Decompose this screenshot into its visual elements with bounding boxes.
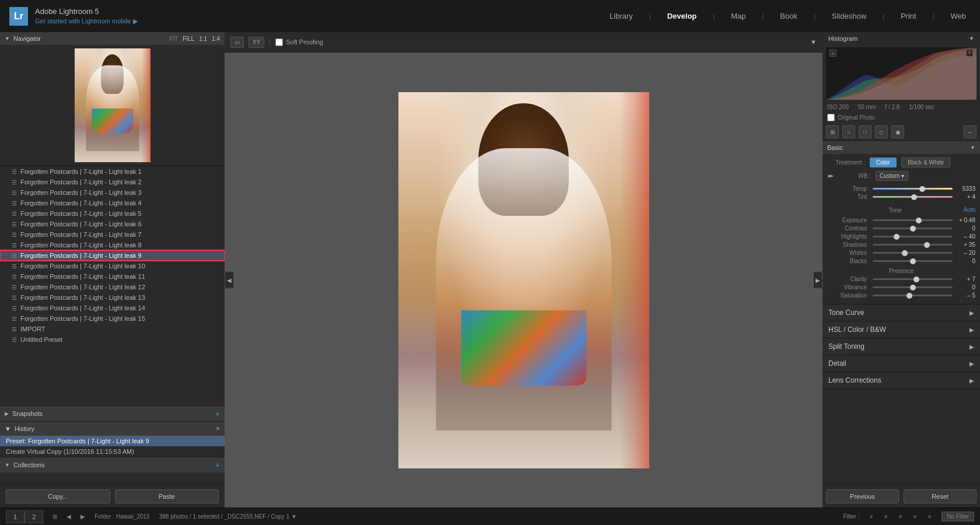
- basic-panel-header[interactable]: Basic ▼: [822, 141, 980, 154]
- preset-item-15[interactable]: ☰IMPORT: [0, 324, 225, 334]
- star-5[interactable]: ★: [927, 513, 932, 520]
- preset-item-13[interactable]: ☰Forgotten Postcards | 7-Light - Light l…: [0, 303, 225, 313]
- eye-icon[interactable]: ◉: [891, 125, 904, 138]
- histogram-header[interactable]: Histogram ▼: [822, 32, 980, 45]
- hsl-header[interactable]: HSL / Color / B&W ▶: [822, 321, 980, 338]
- star-3[interactable]: ★: [898, 513, 903, 520]
- clarity-slider[interactable]: [873, 278, 953, 280]
- highlights-slider[interactable]: [873, 236, 953, 237]
- nav-print[interactable]: Print: [896, 9, 921, 23]
- preset-item-12[interactable]: ☰Forgotten Postcards | 7-Light - Light l…: [0, 292, 225, 303]
- reset-button[interactable]: Reset: [904, 489, 977, 503]
- rect-tool-icon[interactable]: □: [859, 125, 872, 138]
- navigator-thumbnail[interactable]: [75, 48, 150, 162]
- nav-slideshow[interactable]: Slideshow: [827, 9, 871, 23]
- left-panel-collapse[interactable]: ◀: [225, 272, 234, 289]
- exposure-slider[interactable]: [873, 219, 953, 221]
- preset-item-10[interactable]: ☰Forgotten Postcards | 7-Light - Light l…: [0, 271, 225, 282]
- one-btn[interactable]: 1:1: [199, 36, 207, 42]
- photo-area[interactable]: ◀ ▶: [225, 52, 822, 508]
- temp-slider[interactable]: [873, 188, 953, 190]
- shadows-thumb[interactable]: [924, 242, 930, 248]
- nav-develop[interactable]: Develop: [663, 9, 702, 23]
- bw-treatment-btn[interactable]: Black & White: [901, 158, 950, 167]
- highlights-thumb[interactable]: [894, 234, 900, 240]
- original-photo-checkbox[interactable]: [827, 114, 835, 121]
- previous-button[interactable]: Previous: [826, 489, 899, 503]
- preset-item-5[interactable]: ☰Forgotten Postcards | 7-Light - Light l…: [0, 219, 225, 229]
- star-1[interactable]: ★: [869, 513, 874, 520]
- preset-item-8[interactable]: ☰Forgotten Postcards | 7-Light - Light l…: [0, 250, 225, 261]
- crop-icon[interactable]: ⊞: [826, 125, 839, 138]
- highlight-clip-indicator[interactable]: [966, 50, 973, 57]
- nav-book[interactable]: Book: [775, 9, 802, 23]
- view-single-btn[interactable]: ▭: [230, 37, 244, 48]
- histogram-collapse-icon[interactable]: ▼: [969, 36, 974, 41]
- preset-item-0[interactable]: ☰Forgotten Postcards | 7-Light - Light l…: [0, 166, 225, 177]
- eyedropper-icon[interactable]: ✒: [827, 172, 834, 181]
- paste-button[interactable]: Paste: [115, 489, 219, 503]
- preset-item-11[interactable]: ☰Forgotten Postcards | 7-Light - Light l…: [0, 282, 225, 292]
- nav-web[interactable]: Web: [946, 9, 971, 23]
- tint-thumb[interactable]: [911, 194, 917, 200]
- blacks-thumb[interactable]: [910, 258, 916, 264]
- no-filter-btn[interactable]: No Filter: [942, 512, 974, 522]
- copy-button[interactable]: Copy...: [6, 489, 110, 503]
- preset-item-2[interactable]: ☰Forgotten Postcards | 7-Light - Light l…: [0, 187, 225, 198]
- tint-slider[interactable]: [873, 196, 953, 198]
- whites-thumb[interactable]: [902, 250, 908, 256]
- history-close-icon[interactable]: ×: [216, 425, 220, 433]
- prev-arrow-icon[interactable]: ◀: [66, 513, 71, 520]
- soft-proofing-checkbox[interactable]: [275, 38, 283, 46]
- right-panel-collapse[interactable]: ▶: [813, 272, 822, 289]
- preset-item-4[interactable]: ☰Forgotten Postcards | 7-Light - Light l…: [0, 208, 225, 219]
- fill-btn[interactable]: FILL: [183, 36, 194, 42]
- nav-library[interactable]: Library: [605, 9, 638, 23]
- collections-header[interactable]: ▼ Collections +: [0, 457, 225, 473]
- ratio-btn[interactable]: 1:4: [212, 36, 220, 42]
- preset-item-9[interactable]: ☰Forgotten Postcards | 7-Light - Light l…: [0, 261, 225, 271]
- preset-item-16[interactable]: ☰Untitled Preset: [0, 334, 225, 345]
- tone-curve-header[interactable]: Tone Curve ▶: [822, 304, 980, 321]
- star-2[interactable]: ★: [883, 513, 888, 520]
- redeye-icon[interactable]: –: [964, 125, 977, 138]
- snapshots-header[interactable]: ▶ Snapshots +: [0, 406, 225, 421]
- preset-item-14[interactable]: ☰Forgotten Postcards | 7-Light - Light l…: [0, 313, 225, 324]
- history-item-0[interactable]: Preset: Forgotten Postcards | 7-Light - …: [0, 436, 225, 446]
- snapshots-add-icon[interactable]: +: [215, 409, 220, 418]
- star-4[interactable]: ★: [912, 513, 918, 520]
- navigator-header[interactable]: ▼ Navigator FIT FILL 1:1 1:4: [0, 32, 225, 45]
- clarity-thumb[interactable]: [914, 276, 919, 282]
- detail-header[interactable]: Detail ▶: [822, 355, 980, 372]
- contrast-slider[interactable]: [873, 228, 953, 229]
- preset-item-1[interactable]: ☰Forgotten Postcards | 7-Light - Light l…: [0, 177, 225, 187]
- auto-btn[interactable]: Auto: [963, 206, 975, 213]
- wb-value-btn[interactable]: Custom ▾: [876, 171, 908, 181]
- square-tool-icon[interactable]: ◇: [875, 125, 888, 138]
- next-arrow-icon[interactable]: ▶: [80, 513, 85, 520]
- nav-map[interactable]: Map: [726, 9, 750, 23]
- saturation-thumb[interactable]: [907, 293, 912, 299]
- view-compare-status-btn[interactable]: 2: [24, 510, 43, 523]
- fit-btn[interactable]: FIT: [169, 36, 178, 42]
- lens-corrections-header[interactable]: Lens Corrections ▶: [822, 372, 980, 388]
- filmstrip-arrow[interactable]: ▼: [810, 38, 817, 46]
- exposure-thumb[interactable]: [916, 218, 922, 223]
- whites-slider[interactable]: [873, 252, 953, 254]
- vibrance-thumb[interactable]: [910, 285, 916, 290]
- split-toning-header[interactable]: Split Toning ▶: [822, 338, 980, 355]
- preset-item-7[interactable]: ☰Forgotten Postcards | 7-Light - Light l…: [0, 240, 225, 250]
- blacks-slider[interactable]: [873, 260, 953, 262]
- grid-view-icon[interactable]: ⊞: [52, 513, 57, 520]
- preset-item-6[interactable]: ☰Forgotten Postcards | 7-Light - Light l…: [0, 229, 225, 240]
- vibrance-slider[interactable]: [873, 286, 953, 288]
- color-treatment-btn[interactable]: Color: [870, 158, 897, 167]
- view-single-status-btn[interactable]: 1: [6, 510, 24, 523]
- view-compare-btn[interactable]: YY: [249, 37, 264, 48]
- shadows-slider[interactable]: [873, 244, 953, 246]
- saturation-slider[interactable]: [873, 295, 953, 296]
- circle-tool-icon[interactable]: ○: [842, 125, 855, 138]
- preset-item-3[interactable]: ☰Forgotten Postcards | 7-Light - Light l…: [0, 198, 225, 208]
- contrast-thumb[interactable]: [910, 226, 916, 232]
- collections-add-icon[interactable]: +: [215, 460, 220, 470]
